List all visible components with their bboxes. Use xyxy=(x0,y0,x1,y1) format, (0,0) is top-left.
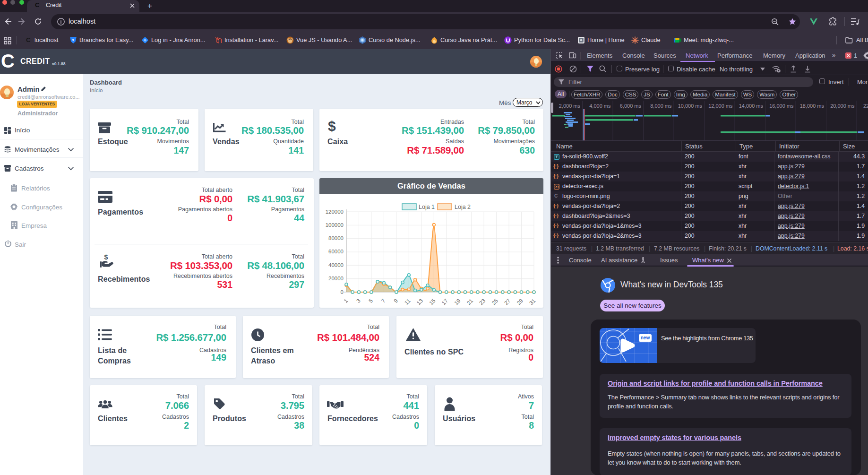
svg-text:120000: 120000 xyxy=(326,209,344,215)
svg-text:1: 1 xyxy=(343,298,349,304)
svg-text:31: 31 xyxy=(528,298,537,306)
svg-text:25: 25 xyxy=(490,298,499,306)
svg-text:4,000 ms: 4,000 ms xyxy=(589,103,611,109)
svg-text:$: $ xyxy=(104,253,108,261)
svg-text:29: 29 xyxy=(516,298,524,306)
svg-text:14,000 ms: 14,000 ms xyxy=(739,103,764,109)
svg-text:9: 9 xyxy=(393,298,399,304)
svg-text:15: 15 xyxy=(428,298,437,306)
svg-text:20,000 ms: 20,000 ms xyxy=(830,103,855,109)
svg-text:27: 27 xyxy=(503,298,512,306)
svg-text:17: 17 xyxy=(441,298,449,306)
svg-text:23: 23 xyxy=(478,298,487,306)
svg-text:7: 7 xyxy=(380,298,387,304)
svg-text:Loja 1: Loja 1 xyxy=(419,204,435,210)
svg-text:22,0: 22,0 xyxy=(863,103,868,109)
svg-text:18,000 ms: 18,000 ms xyxy=(800,103,825,109)
svg-text:100000: 100000 xyxy=(326,222,344,228)
svg-text:60000: 60000 xyxy=(328,249,344,254)
svg-text:21: 21 xyxy=(466,298,474,306)
svg-text:12,000 ms: 12,000 ms xyxy=(708,103,733,109)
svg-text:13: 13 xyxy=(416,298,424,306)
svg-text:40000: 40000 xyxy=(328,262,344,268)
svg-text:3: 3 xyxy=(355,298,361,304)
svg-text:6,000 ms: 6,000 ms xyxy=(620,103,642,109)
svg-text:20000: 20000 xyxy=(328,276,344,281)
svg-text:80000: 80000 xyxy=(328,235,344,241)
svg-text:19: 19 xyxy=(453,298,462,306)
svg-text:5: 5 xyxy=(368,298,374,304)
svg-text:16,000 ms: 16,000 ms xyxy=(769,103,794,109)
svg-text:11: 11 xyxy=(404,298,412,306)
svg-text:0: 0 xyxy=(341,289,344,295)
svg-text:2,000 ms: 2,000 ms xyxy=(559,103,581,109)
svg-text:10,000 ms: 10,000 ms xyxy=(678,103,703,109)
svg-text:8,000 ms: 8,000 ms xyxy=(650,103,672,109)
svg-text:Loja 2: Loja 2 xyxy=(455,204,471,210)
